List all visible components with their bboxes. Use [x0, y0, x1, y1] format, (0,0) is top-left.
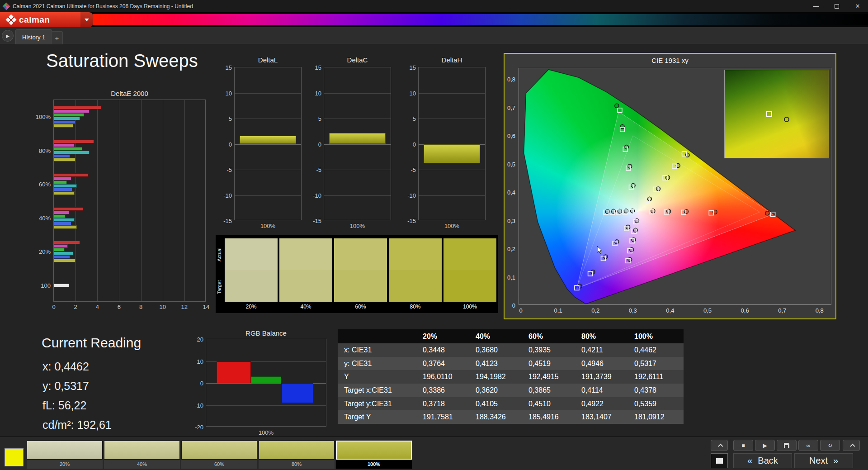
gridline [324, 170, 391, 170]
table-row: Target y:CIE310,37180,41050,45100,49220,… [338, 397, 684, 411]
maximize-button[interactable] [826, 0, 847, 12]
calman-logo-text: calman [19, 15, 50, 25]
reading-x: x: 0,4462 [42, 360, 89, 373]
x-tick-label: 10 [159, 304, 165, 310]
table-header-cell: 40% [472, 332, 525, 341]
gridline [75, 100, 76, 301]
next-button[interactable]: Next » [794, 453, 853, 468]
delta-e-bar [54, 225, 77, 229]
stop-button[interactable]: ■ [733, 440, 753, 451]
play-button[interactable]: ▶ [755, 440, 775, 451]
table-cell: 191,7581 [419, 413, 472, 421]
pattern-swatch [259, 441, 335, 460]
next-button-label: Next [809, 456, 828, 466]
gridline [163, 100, 163, 301]
x-tick-label: 0,5 [703, 307, 712, 314]
gridline [419, 93, 485, 94]
back-button[interactable]: « Back [733, 453, 792, 468]
deltaL-chart-title: DeltaL [234, 56, 302, 64]
y-tick-label: 0,2 [507, 246, 515, 252]
measured-point [631, 184, 635, 188]
calman-app-window: Calman 2021 Calman Ultimate for Business… [0, 0, 868, 470]
expand-left-button[interactable] [711, 440, 728, 451]
delta-e-bar [54, 188, 72, 191]
chevron-up-icon [850, 443, 855, 448]
table-cell: 183,1407 [578, 413, 631, 421]
table-cell: 185,4916 [525, 413, 578, 421]
gridline [235, 170, 301, 170]
deltae2000-chart-title: DeltaE 2000 [53, 90, 206, 97]
save-button[interactable] [777, 440, 797, 451]
brand-strip: calman [0, 12, 868, 27]
pattern-patch[interactable]: 40% [104, 441, 180, 469]
pattern-swatch [336, 441, 412, 460]
loop-button[interactable]: ↻ [820, 440, 840, 451]
gridline [235, 93, 301, 94]
y-tick-label: 0,8 [507, 76, 515, 83]
delta-e-bar [54, 140, 94, 143]
current-reading-heading: Current Reading [42, 335, 141, 351]
delta-e-bar [54, 252, 73, 255]
delta-e-bar [54, 214, 66, 218]
measured-point [591, 270, 595, 274]
actual-row-label: Actual [217, 239, 224, 271]
gridline [141, 100, 142, 301]
table-row: Target Y191,7581188,3426185,4916183,1407… [338, 410, 684, 424]
delta-e-bar [54, 106, 102, 109]
pattern-label: 20% [27, 460, 103, 469]
deltae2000-chart: 02468101214100%80%60%40%20%100 [53, 100, 206, 302]
y-tick-label: -15 [407, 218, 416, 224]
table-cell: 0,3718 [419, 400, 472, 408]
table-cell: 0,4519 [525, 360, 578, 368]
gridline [235, 195, 301, 196]
rgb-bar-red [217, 361, 251, 384]
table-row-label: Target y:CIE31 [338, 400, 419, 408]
tab-history-1[interactable]: History 1 [15, 29, 52, 45]
continuous-measure-button[interactable]: ∞ [798, 440, 818, 451]
pattern-patch[interactable]: 60% [181, 441, 257, 469]
x-tick-label: 0,1 [554, 307, 562, 314]
table-cell: 0,3386 [419, 386, 472, 394]
inset-target-marker [766, 111, 772, 117]
table-cell: 0,4922 [578, 400, 631, 408]
delta-e-bar [54, 248, 65, 252]
expand-right-button[interactable] [843, 440, 860, 451]
table-row: x: CIE310,34480,36800,39350,42110,4462 [338, 343, 684, 357]
fullscreen-pattern-button[interactable] [711, 453, 728, 468]
measured-point [626, 225, 630, 229]
close-button[interactable]: ✕ [847, 0, 868, 12]
actual-swatch [225, 238, 278, 270]
y-tick-label: -20 [195, 424, 203, 431]
y-tick-label: -5 [316, 166, 321, 173]
gridline [324, 195, 391, 196]
deltaL-chart: 100% 151050-5-10-15 [234, 67, 302, 220]
pattern-patch[interactable]: 100% [336, 441, 412, 469]
table-cell: 0,3620 [472, 386, 525, 394]
measured-point [620, 125, 624, 129]
y-tick-label: 15 [410, 64, 416, 71]
delta-bar [424, 144, 480, 164]
add-tab-button[interactable]: + [51, 31, 63, 45]
actual-swatch [334, 238, 387, 270]
table-cell: 192,6111 [631, 373, 684, 381]
x-tick-label: 12 [181, 304, 188, 310]
group-label: 20% [39, 248, 51, 255]
swatch-column: 100% [443, 238, 496, 312]
pattern-label: 80% [259, 460, 335, 469]
pattern-patch[interactable]: 20% [27, 441, 103, 469]
pattern-patch[interactable]: 80% [259, 441, 335, 469]
calman-menu-button[interactable]: calman [0, 12, 93, 27]
chevron-down-icon [85, 19, 89, 21]
history-panel-toggle[interactable]: ▶ [2, 30, 14, 42]
delta-e-bar [54, 284, 69, 287]
pattern-swatch [181, 441, 257, 460]
minimize-button[interactable]: — [806, 0, 826, 12]
table-cell: 194,1982 [472, 373, 525, 381]
calman-menu-dropdown[interactable] [80, 12, 93, 27]
pattern-label: 60% [181, 460, 257, 469]
pattern-swatch [104, 441, 180, 460]
table-cell: 0,4510 [525, 400, 578, 408]
delta-e-bar [54, 259, 75, 262]
table-cell: 0,4946 [578, 360, 631, 368]
y-tick-label: 0,4 [507, 189, 515, 196]
